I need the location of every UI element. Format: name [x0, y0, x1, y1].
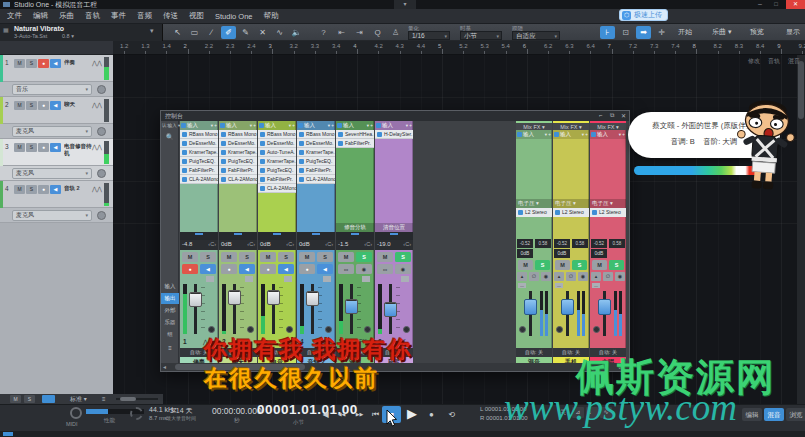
insert-add-icon[interactable]: ▾ +: [582, 130, 588, 139]
fx-link-icon[interactable]: ⚏: [377, 264, 393, 274]
mono-icon[interactable]: ▴: [517, 272, 527, 281]
track-mute-button[interactable]: M: [14, 101, 25, 110]
insert-add-icon[interactable]: ▾ +: [250, 121, 256, 130]
mute-tool[interactable]: ✕: [255, 26, 270, 39]
pan-knob-icon[interactable]: [556, 326, 563, 333]
display-button[interactable]: 显示: [786, 27, 800, 37]
play-button[interactable]: ▶: [403, 404, 421, 424]
link-square[interactable]: [245, 276, 253, 282]
track-record-button[interactable]: ●: [38, 59, 49, 68]
snap-start-icon[interactable]: ⇤: [334, 26, 349, 39]
insert-add-icon[interactable]: ▾ +: [289, 121, 295, 130]
pan-knob-icon[interactable]: [593, 326, 600, 333]
volume-db-row[interactable]: 0dB‹C›: [258, 240, 296, 250]
search-icon[interactable]: 🔍: [166, 133, 174, 140]
channel-solo-button[interactable]: S: [572, 260, 587, 270]
help-icon[interactable]: ?: [316, 26, 331, 39]
fader-cap[interactable]: [524, 299, 537, 315]
bank-输入[interactable]: 输入: [161, 281, 179, 292]
bank-menu-icon[interactable]: ≡: [161, 343, 179, 354]
console-title-bar[interactable]: [161, 111, 629, 121]
channel-record-button[interactable]: ●: [182, 264, 198, 274]
channel-strip[interactable]: 输入▾ +SevenHHea.FabFilterPr.修音分轨-1.5‹C›MS…: [336, 121, 374, 363]
insert-plugin[interactable]: KramerTape.: [297, 148, 335, 157]
pan-knob-icon[interactable]: [325, 326, 332, 333]
macro-value[interactable]: 0.8 ▾: [62, 33, 74, 39]
volume-db-value[interactable]: 0dB: [517, 249, 533, 258]
track-row[interactable]: 1MS●◀伴奏⋀⋀: [0, 55, 113, 82]
insert-plugin[interactable]: DeEsserMo.: [258, 139, 296, 148]
insert-plugin[interactable]: CLA-2AMono: [258, 184, 296, 193]
insert-plugin[interactable]: L2 Stereo: [553, 208, 589, 217]
detach-icon[interactable]: ⧉: [610, 112, 614, 119]
post-section-label[interactable]: 电子压 ▾: [516, 199, 552, 208]
channel-strip[interactable]: 输入▾ +H-DelaySter.清音位置-19.0‹C›MS⚏◉6FX自动: …: [375, 121, 413, 363]
insert-plugin[interactable]: CLA-2AMono: [219, 175, 257, 184]
pan-knob-icon[interactable]: [286, 326, 293, 333]
follow-toggle[interactable]: ➡: [636, 26, 651, 39]
split-tool[interactable]: ∕: [204, 26, 219, 39]
insert-plugin[interactable]: FabFilterPr.: [180, 166, 218, 175]
pan-control[interactable]: ‹C›: [403, 241, 411, 247]
insert-plugin[interactable]: FabFilterPr.: [297, 166, 335, 175]
menu-item-编辑[interactable]: 编辑: [33, 11, 48, 21]
fader-cap[interactable]: [189, 292, 202, 307]
menu-item-事件[interactable]: 事件: [111, 11, 126, 21]
field-时基[interactable]: 小节▾: [460, 31, 502, 40]
ruler-toggle[interactable]: ⊡: [618, 26, 633, 39]
scroll-left-button[interactable]: ◂: [163, 363, 166, 371]
console-filter[interactable]: 认:输入 ▾: [162, 123, 180, 128]
post-section-label[interactable]: 电子压 ▾: [590, 199, 626, 208]
maximize-button[interactable]: □: [768, 0, 784, 9]
mixfx-header[interactable]: Mix FX ▾: [516, 121, 552, 130]
channel-strip[interactable]: 输入▾ +RBass MonoDeEsserMo.KramerTape.Puig…: [219, 121, 257, 363]
insert-add-icon[interactable]: ▾ +: [328, 121, 334, 130]
mute-all-button[interactable]: M: [10, 395, 21, 403]
song-button[interactable]: 乐曲 ▾: [712, 27, 731, 37]
insert-plugin[interactable]: FabFilterPr.: [336, 139, 374, 148]
insert-plugin[interactable]: Auto-TuneA.: [258, 148, 296, 157]
phase-icon[interactable]: ∅: [529, 272, 539, 281]
track-row[interactable]: 4MS●◀音轨 2⋀⋀: [0, 181, 113, 208]
channel-strip[interactable]: Mix FX ▾输入▾ +电子压 ▾L2 Stereo-0.520.580dBM…: [590, 121, 626, 363]
track-solo-button[interactable]: S: [26, 143, 37, 152]
insert-header[interactable]: 输入▾ +: [258, 121, 296, 130]
phase-icon[interactable]: ∅: [603, 272, 613, 281]
bank-外部[interactable]: 外部: [161, 305, 179, 316]
phase-icon[interactable]: ∅: [566, 272, 576, 281]
channel-monitor-button[interactable]: ◀: [278, 264, 294, 274]
menu-item-视图[interactable]: 视图: [189, 11, 204, 21]
insert-plugin[interactable]: FabFilterPr.: [219, 166, 257, 175]
insert-header[interactable]: 输入▾ +: [180, 121, 218, 130]
insert-plugin[interactable]: DeEsserMo.: [180, 139, 218, 148]
track-gain-knob-icon[interactable]: [97, 127, 106, 136]
loop-button[interactable]: ⟲: [444, 408, 459, 421]
channel-mute-button[interactable]: M: [518, 260, 533, 270]
close-icon[interactable]: ✕: [621, 112, 626, 119]
fx-target-icon[interactable]: ◉: [395, 264, 411, 274]
track-mute-button[interactable]: M: [14, 59, 25, 68]
channel-strip[interactable]: 输入▾ +RBass MonoDeEsserMo.KramerTape.Puig…: [180, 121, 218, 363]
pan-knob-icon[interactable]: [403, 326, 410, 333]
insert-plugin[interactable]: CLA-2AMono: [180, 175, 218, 184]
insert-add-icon[interactable]: ▾ +: [545, 130, 551, 139]
insert-plugin[interactable]: CLA-2AMono: [297, 175, 335, 184]
time-display[interactable]: 00:00:00.000: [212, 406, 262, 416]
channel-mute-button[interactable]: M: [377, 252, 393, 262]
mono-icon[interactable]: ▴: [554, 272, 564, 281]
upload-badge[interactable]: ⬡ 极速上传: [619, 9, 668, 21]
fx-target-icon[interactable]: ◉: [356, 264, 372, 274]
track-input-dropdown[interactable]: 音乐▾: [12, 84, 92, 95]
post-section-label[interactable]: 电子压 ▾: [553, 199, 589, 208]
eraser-tool[interactable]: ✐: [221, 26, 236, 39]
bank-乐器[interactable]: 乐器: [161, 317, 179, 328]
link-square[interactable]: —: [592, 283, 600, 288]
marker-toggle[interactable]: ✛: [654, 26, 669, 39]
volume-db-row[interactable]: -1.5‹C›: [336, 240, 374, 250]
titlebar-chevron-button[interactable]: ▾: [394, 0, 416, 9]
macro-widget[interactable]: ▦ Natural Vibrato 3-Auto-Ta.Sst 0.8 ▾ ▾: [0, 24, 163, 41]
track-monitor-button[interactable]: ◀: [50, 101, 61, 110]
menu-item-乐曲[interactable]: 乐曲: [59, 11, 74, 21]
track-mute-button[interactable]: M: [14, 143, 25, 152]
monitor-all-button[interactable]: [42, 395, 55, 403]
